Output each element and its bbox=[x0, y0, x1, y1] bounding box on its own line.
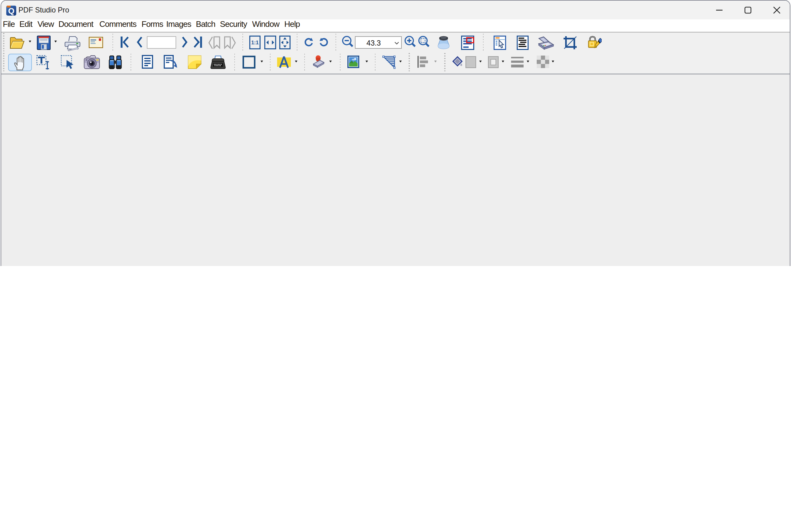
svg-text:1:1: 1:1 bbox=[251, 40, 259, 45]
